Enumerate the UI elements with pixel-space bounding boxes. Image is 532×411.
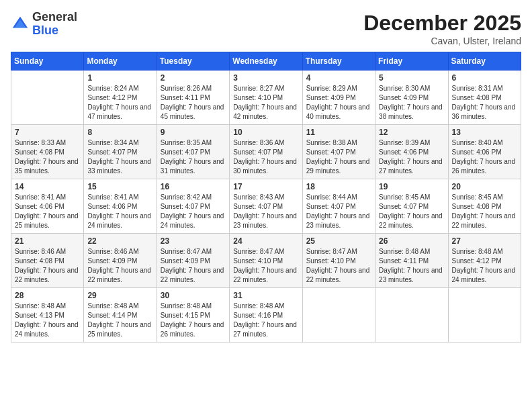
day-info: Sunrise: 8:41 AM Sunset: 4:06 PM Dayligh… <box>15 193 80 230</box>
day-number: 25 <box>306 236 371 246</box>
day-number: 6 <box>452 73 517 83</box>
sunset: Sunset: 4:10 PM <box>233 257 298 266</box>
daylight: Daylight: 7 hours and 27 minutes. <box>233 320 298 339</box>
daylight: Daylight: 7 hours and 24 minutes. <box>87 212 152 230</box>
day-number: 31 <box>233 291 298 300</box>
daylight: Daylight: 7 hours and 30 minutes. <box>233 157 298 176</box>
sunset: Sunset: 4:07 PM <box>306 148 371 157</box>
day-number: 22 <box>87 236 152 246</box>
sunset: Sunset: 4:11 PM <box>379 257 444 266</box>
weekday-header: Tuesday <box>157 52 229 71</box>
sunrise: Sunrise: 8:30 AM <box>379 84 444 93</box>
sunrise: Sunrise: 8:45 AM <box>379 193 444 202</box>
day-number: 10 <box>233 128 298 137</box>
sunrise: Sunrise: 8:46 AM <box>15 247 80 257</box>
sunrise: Sunrise: 8:39 AM <box>379 138 444 148</box>
daylight: Daylight: 7 hours and 24 minutes. <box>452 266 517 285</box>
calendar-cell: 26 Sunrise: 8:48 AM Sunset: 4:11 PM Dayl… <box>375 234 448 288</box>
sunrise: Sunrise: 8:38 AM <box>306 138 371 148</box>
calendar-cell: 10 Sunrise: 8:36 AM Sunset: 4:07 PM Dayl… <box>230 125 302 179</box>
daylight: Daylight: 7 hours and 23 minutes. <box>306 212 371 230</box>
weekday-header: Friday <box>375 52 448 71</box>
daylight: Daylight: 7 hours and 33 minutes. <box>87 157 152 176</box>
calendar-cell: 2 Sunrise: 8:26 AM Sunset: 4:11 PM Dayli… <box>157 71 229 125</box>
calendar-cell: 24 Sunrise: 8:47 AM Sunset: 4:10 PM Dayl… <box>230 234 302 288</box>
sunset: Sunset: 4:07 PM <box>233 148 298 157</box>
day-info: Sunrise: 8:47 AM Sunset: 4:10 PM Dayligh… <box>306 247 371 285</box>
sunrise: Sunrise: 8:41 AM <box>15 193 80 202</box>
page-header: General Blue December 2025 Cavan, Ulster… <box>11 11 521 46</box>
daylight: Daylight: 7 hours and 26 minutes. <box>452 157 517 176</box>
sunset: Sunset: 4:07 PM <box>379 202 444 212</box>
day-number: 18 <box>306 182 371 191</box>
daylight: Daylight: 7 hours and 36 minutes. <box>452 103 517 122</box>
logo-general: General <box>32 11 77 24</box>
daylight: Daylight: 7 hours and 31 minutes. <box>161 157 226 176</box>
day-info: Sunrise: 8:34 AM Sunset: 4:07 PM Dayligh… <box>87 138 152 176</box>
day-number: 30 <box>161 291 226 300</box>
day-info: Sunrise: 8:48 AM Sunset: 4:16 PM Dayligh… <box>233 302 298 339</box>
sunrise: Sunrise: 8:47 AM <box>306 247 371 257</box>
calendar-cell: 4 Sunrise: 8:29 AM Sunset: 4:09 PM Dayli… <box>302 71 375 125</box>
day-info: Sunrise: 8:43 AM Sunset: 4:07 PM Dayligh… <box>233 193 298 230</box>
daylight: Daylight: 7 hours and 22 minutes. <box>87 266 152 285</box>
calendar-cell <box>448 288 521 342</box>
sunset: Sunset: 4:15 PM <box>161 311 226 320</box>
day-number: 2 <box>161 73 226 83</box>
calendar-cell: 13 Sunrise: 8:40 AM Sunset: 4:06 PM Dayl… <box>448 125 521 179</box>
sunrise: Sunrise: 8:48 AM <box>233 302 298 311</box>
day-number: 12 <box>379 128 444 137</box>
day-number: 5 <box>379 73 444 83</box>
daylight: Daylight: 7 hours and 22 minutes. <box>379 212 444 230</box>
calendar-week-row: 21 Sunrise: 8:46 AM Sunset: 4:08 PM Dayl… <box>11 234 521 288</box>
calendar-cell: 31 Sunrise: 8:48 AM Sunset: 4:16 PM Dayl… <box>230 288 302 342</box>
calendar-cell: 22 Sunrise: 8:46 AM Sunset: 4:09 PM Dayl… <box>84 234 157 288</box>
day-info: Sunrise: 8:29 AM Sunset: 4:09 PM Dayligh… <box>306 84 371 122</box>
calendar-cell <box>302 288 375 342</box>
calendar-cell: 20 Sunrise: 8:45 AM Sunset: 4:08 PM Dayl… <box>448 179 521 234</box>
calendar-cell: 30 Sunrise: 8:48 AM Sunset: 4:15 PM Dayl… <box>157 288 229 342</box>
day-info: Sunrise: 8:48 AM Sunset: 4:12 PM Dayligh… <box>452 247 517 285</box>
day-info: Sunrise: 8:26 AM Sunset: 4:11 PM Dayligh… <box>161 84 226 122</box>
daylight: Daylight: 7 hours and 24 minutes. <box>15 320 80 339</box>
day-info: Sunrise: 8:48 AM Sunset: 4:14 PM Dayligh… <box>87 302 152 339</box>
sunrise: Sunrise: 8:34 AM <box>87 138 152 148</box>
title-block: December 2025 Cavan, Ulster, Ireland <box>363 11 521 46</box>
calendar-cell: 11 Sunrise: 8:38 AM Sunset: 4:07 PM Dayl… <box>302 125 375 179</box>
calendar-cell: 14 Sunrise: 8:41 AM Sunset: 4:06 PM Dayl… <box>11 179 84 234</box>
daylight: Daylight: 7 hours and 47 minutes. <box>87 103 152 122</box>
calendar-cell: 6 Sunrise: 8:31 AM Sunset: 4:08 PM Dayli… <box>448 71 521 125</box>
sunrise: Sunrise: 8:29 AM <box>306 84 371 93</box>
logo-text: General Blue <box>32 11 77 38</box>
calendar-cell: 23 Sunrise: 8:47 AM Sunset: 4:09 PM Dayl… <box>157 234 229 288</box>
day-info: Sunrise: 8:33 AM Sunset: 4:08 PM Dayligh… <box>15 138 80 176</box>
day-number: 17 <box>233 182 298 191</box>
calendar-cell: 3 Sunrise: 8:27 AM Sunset: 4:10 PM Dayli… <box>230 71 302 125</box>
day-number: 1 <box>87 73 152 83</box>
daylight: Daylight: 7 hours and 22 minutes. <box>452 212 517 230</box>
sunset: Sunset: 4:10 PM <box>306 257 371 266</box>
sunrise: Sunrise: 8:24 AM <box>87 84 152 93</box>
day-info: Sunrise: 8:42 AM Sunset: 4:07 PM Dayligh… <box>161 193 226 230</box>
sunrise: Sunrise: 8:47 AM <box>233 247 298 257</box>
weekday-header: Sunday <box>11 52 84 71</box>
day-number: 3 <box>233 73 298 83</box>
sunrise: Sunrise: 8:45 AM <box>452 193 517 202</box>
sunrise: Sunrise: 8:40 AM <box>452 138 517 148</box>
sunset: Sunset: 4:07 PM <box>233 202 298 212</box>
daylight: Daylight: 7 hours and 22 minutes. <box>233 266 298 285</box>
sunset: Sunset: 4:14 PM <box>87 311 152 320</box>
calendar-cell: 19 Sunrise: 8:45 AM Sunset: 4:07 PM Dayl… <box>375 179 448 234</box>
sunset: Sunset: 4:07 PM <box>161 148 226 157</box>
day-info: Sunrise: 8:46 AM Sunset: 4:09 PM Dayligh… <box>87 247 152 285</box>
sunset: Sunset: 4:09 PM <box>161 257 226 266</box>
sunrise: Sunrise: 8:48 AM <box>87 302 152 311</box>
calendar-cell: 17 Sunrise: 8:43 AM Sunset: 4:07 PM Dayl… <box>230 179 302 234</box>
daylight: Daylight: 7 hours and 35 minutes. <box>15 157 80 176</box>
day-number: 20 <box>452 182 517 191</box>
calendar-cell: 8 Sunrise: 8:34 AM Sunset: 4:07 PM Dayli… <box>84 125 157 179</box>
daylight: Daylight: 7 hours and 24 minutes. <box>161 212 226 230</box>
calendar-cell: 25 Sunrise: 8:47 AM Sunset: 4:10 PM Dayl… <box>302 234 375 288</box>
day-info: Sunrise: 8:31 AM Sunset: 4:08 PM Dayligh… <box>452 84 517 122</box>
sunrise: Sunrise: 8:27 AM <box>233 84 298 93</box>
